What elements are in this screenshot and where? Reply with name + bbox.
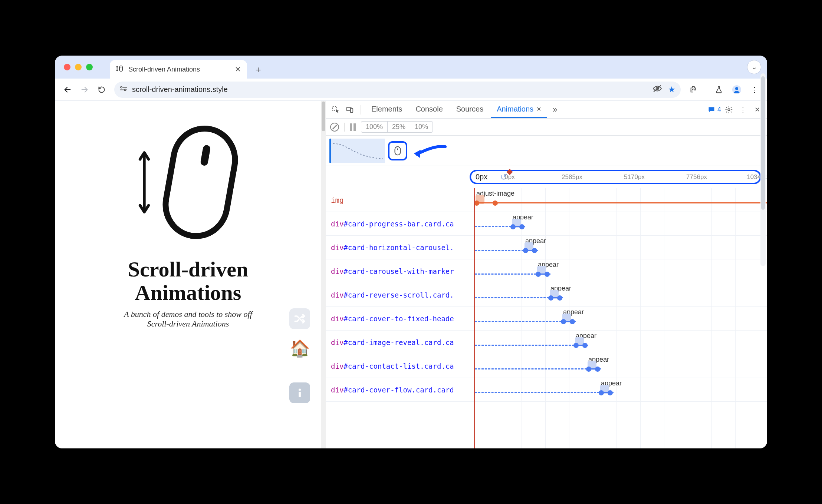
animation-track[interactable]: appear — [474, 283, 767, 306]
kebab-icon[interactable]: ⋮ — [737, 103, 749, 116]
ruler-tick: 5170px — [624, 173, 645, 181]
rendered-page: Scroll-drivenAnimations A bunch of demos… — [55, 101, 321, 448]
selector-label: div#card-reverse-scroll.card. — [326, 291, 474, 299]
svg-point-5 — [124, 89, 126, 90]
animation-track[interactable]: appear — [474, 331, 767, 354]
ruler-tick: 0px — [504, 173, 514, 181]
bookmark-star-icon[interactable]: ★ — [668, 85, 675, 94]
ruler-tick: 7756px — [686, 173, 707, 181]
animation-row[interactable]: div#card-contact-list.card.caappear — [326, 354, 767, 378]
gear-icon[interactable] — [723, 103, 735, 116]
extensions-button[interactable] — [686, 82, 701, 97]
svg-rect-13 — [200, 145, 211, 166]
close-window-button[interactable] — [64, 64, 70, 70]
svg-rect-12 — [161, 124, 239, 241]
issues-button[interactable]: 4 — [708, 106, 721, 113]
selector-label: div#card-contact-list.card.ca — [326, 362, 474, 370]
eye-off-icon[interactable] — [652, 84, 662, 94]
animation-row[interactable]: div#card-progress-bar.card.caappear — [326, 212, 767, 236]
speed-100[interactable]: 100% — [361, 122, 388, 132]
svg-rect-18 — [351, 108, 353, 112]
url-text: scroll-driven-animations.style — [132, 85, 228, 94]
animation-row[interactable]: div#card-carousel-with-markerappear — [326, 259, 767, 283]
animation-track[interactable]: adjust-image — [474, 188, 767, 212]
tabs-dropdown-button[interactable]: ⌄ — [747, 60, 761, 74]
tab-console[interactable]: Console — [410, 101, 448, 118]
speed-10[interactable]: 10% — [410, 122, 433, 132]
pane-splitter[interactable] — [321, 101, 326, 448]
animation-track[interactable]: appear — [474, 259, 767, 283]
tab-elements[interactable]: Elements — [365, 101, 408, 118]
svg-point-19 — [728, 109, 730, 111]
animation-track[interactable]: appear — [474, 236, 767, 259]
page-subtitle: A bunch of demos and tools to show offSc… — [124, 309, 252, 329]
pause-icon[interactable] — [350, 123, 356, 131]
svg-rect-15 — [299, 392, 301, 397]
animation-row[interactable]: div#card-cover-to-fixed-headeappear — [326, 307, 767, 331]
tab-sources[interactable]: Sources — [450, 101, 489, 118]
back-button[interactable] — [60, 82, 75, 97]
animation-track[interactable]: appear — [474, 354, 767, 378]
address-bar[interactable]: scroll-driven-animations.style ★ — [114, 82, 681, 98]
device-toggle-icon[interactable] — [343, 103, 356, 116]
selector-label: div#card-horizontal-carousel. — [326, 243, 474, 252]
animation-track[interactable]: appear — [474, 378, 767, 401]
scroll-badge-highlight[interactable] — [388, 141, 407, 160]
tab-active[interactable]: Scroll-driven Animations ✕ — [110, 60, 247, 79]
tab-close-icon[interactable]: ✕ — [235, 65, 241, 74]
forward-button[interactable] — [77, 82, 92, 97]
close-icon[interactable]: ✕ — [536, 106, 541, 113]
home-button[interactable]: 🏠 — [289, 338, 310, 359]
updown-arrow-icon — [137, 149, 152, 216]
selector-label: div#card-cover-to-fixed-heade — [326, 315, 474, 323]
animation-row[interactable]: div#card-cover-flow.card.cardappear — [326, 378, 767, 402]
ruler-tick: 2585px — [562, 173, 582, 181]
animation-capture-thumb[interactable] — [329, 139, 385, 163]
site-settings-icon[interactable] — [119, 85, 128, 94]
divider — [344, 123, 345, 132]
svg-point-2 — [121, 87, 122, 88]
capture-row — [326, 136, 767, 166]
tab-animations[interactable]: Animations ✕ — [491, 101, 547, 118]
labs-button[interactable] — [711, 82, 726, 97]
tab-favicon — [116, 64, 124, 74]
animation-row[interactable]: div#card-image-reveal.card.caappear — [326, 331, 767, 354]
info-button[interactable] — [289, 382, 310, 403]
toolbar-divider — [706, 84, 706, 95]
svg-rect-0 — [119, 66, 122, 72]
animation-track[interactable]: appear — [474, 307, 767, 330]
maximize-window-button[interactable] — [86, 64, 93, 70]
reload-button[interactable] — [94, 82, 109, 97]
animation-controls: 100% 25% 10% — [326, 119, 767, 136]
svg-rect-14 — [299, 389, 301, 391]
minimize-window-button[interactable] — [75, 64, 82, 70]
divider — [361, 105, 361, 115]
chrome-menu-button[interactable]: ⋮ — [747, 82, 762, 97]
tab-strip: Scroll-driven Animations ✕ + ⌄ — [55, 56, 767, 79]
browser-window: Scroll-driven Animations ✕ + ⌄ scroll-dr… — [55, 56, 767, 448]
tab-title: Scroll-driven Animations — [128, 66, 200, 73]
devtools-scrollbar[interactable] — [760, 73, 766, 266]
animation-track[interactable]: appear — [474, 212, 767, 235]
more-tabs-icon[interactable]: » — [549, 103, 561, 116]
mouse-icon — [161, 123, 239, 242]
inspect-element-icon[interactable] — [329, 103, 342, 116]
ruler-ticks[interactable]: 0px 2585px 5170px 7756px 10341px — [510, 172, 759, 182]
animation-row[interactable]: div#card-horizontal-carousel.appear — [326, 236, 767, 259]
selector-label: div#card-progress-bar.card.ca — [326, 220, 474, 228]
new-tab-button[interactable]: + — [251, 62, 266, 77]
selector-label: div#card-cover-flow.card.card — [326, 386, 474, 394]
annotation-arrow-icon — [413, 144, 447, 160]
speed-buttons: 100% 25% 10% — [361, 121, 433, 133]
animation-row[interactable]: imgadjust-image — [326, 188, 767, 212]
animation-row[interactable]: div#card-reverse-scroll.card.appear — [326, 283, 767, 307]
selector-label: div#card-image-reveal.card.ca — [326, 338, 474, 346]
devtools-tabbar: Elements Console Sources Animations ✕ » … — [326, 101, 767, 119]
animation-list: imgadjust-imagediv#card-progress-bar.car… — [326, 188, 767, 448]
profile-button[interactable] — [729, 82, 744, 97]
shuffle-button[interactable] — [289, 308, 310, 329]
speed-25[interactable]: 25% — [388, 122, 410, 132]
selector-label: img — [326, 196, 474, 204]
animation-ruler-row: 0px ↺ 0px 2585px 5170px 7756px 10341px — [326, 166, 767, 188]
clear-animations-icon[interactable] — [330, 123, 339, 132]
